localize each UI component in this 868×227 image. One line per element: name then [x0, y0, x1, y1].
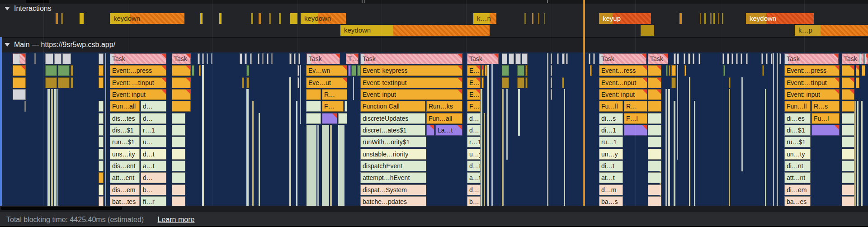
flame-bar[interactable]	[648, 113, 661, 124]
frame-uny[interactable]: un…y	[599, 149, 623, 160]
flame-bar[interactable]	[306, 101, 321, 112]
flame-bar[interactable]	[250, 53, 252, 64]
flame-bar[interactable]	[856, 65, 859, 76]
flame-bar[interactable]	[502, 53, 507, 64]
frame-eventtextinput[interactable]: Event: textInput	[360, 77, 462, 88]
interaction-marker[interactable]	[200, 13, 203, 24]
frame-lat[interactable]: La…t	[435, 125, 462, 136]
flame-bar[interactable]	[648, 196, 661, 206]
frame-rs[interactable]: R…s	[811, 101, 840, 112]
frame-di$1[interactable]: di…$1	[784, 125, 811, 136]
flame-bar[interactable]	[698, 53, 700, 64]
flame-bar[interactable]	[856, 77, 859, 88]
flame-bar[interactable]	[99, 125, 104, 136]
flame-bar[interactable]	[172, 172, 185, 183]
frame-task[interactable]: Task	[307, 53, 340, 64]
interaction-marker[interactable]	[532, 13, 533, 24]
frame-unstableriority[interactable]: unstable…riority	[360, 149, 426, 160]
playhead-marker[interactable]	[583, 0, 585, 206]
flame-bar[interactable]	[297, 77, 299, 88]
flame-bar[interactable]	[306, 89, 321, 100]
frame-task[interactable]: Task	[467, 53, 499, 64]
flame-bar[interactable]	[172, 196, 185, 206]
flame-bar[interactable]	[762, 65, 764, 76]
frame-d[interactable]: d…	[467, 113, 481, 124]
flame-bar[interactable]	[271, 53, 273, 64]
frame-b[interactable]: b…	[141, 184, 166, 195]
frame-full[interactable]: Fu…ll	[599, 101, 623, 112]
flame-bar[interactable]	[736, 53, 738, 64]
flame-bar[interactable]	[13, 89, 26, 100]
interactions-track[interactable]: Interactions keydownkeydownk…nkeyupkeydo…	[0, 4, 868, 37]
flame-bar[interactable]	[729, 77, 731, 88]
frame-dies[interactable]: di…es	[784, 113, 811, 124]
flame-bar[interactable]	[502, 65, 509, 76]
flame-bar[interactable]	[624, 125, 647, 136]
flame-bar[interactable]	[648, 89, 661, 100]
frame-r[interactable]: R…	[322, 89, 347, 100]
frame-d[interactable]: d…	[467, 184, 481, 195]
flame-bar[interactable]	[517, 77, 524, 88]
flame-bar[interactable]	[842, 184, 854, 195]
flame-bar[interactable]	[267, 53, 269, 64]
flame-bar[interactable]	[54, 53, 61, 64]
frame-d[interactable]: d…	[467, 125, 481, 136]
interaction-kp[interactable]: k…p	[795, 25, 868, 36]
flame-bar[interactable]	[864, 53, 866, 64]
interaction-marker[interactable]	[56, 13, 58, 24]
flame-bar[interactable]	[245, 53, 247, 64]
flame-bar[interactable]	[648, 184, 661, 195]
flame-bar[interactable]	[198, 53, 200, 64]
flame-bar[interactable]	[771, 53, 773, 64]
frame-unty[interactable]: un…ty	[784, 149, 811, 160]
flame-bar[interactable]	[13, 53, 26, 64]
frame-eventinput[interactable]: Event: input	[110, 89, 166, 100]
frame-attempthevent[interactable]: attempt…hEvent	[360, 172, 426, 183]
frame-dit[interactable]: di…t	[599, 161, 623, 171]
frame-eveut[interactable]: Eve…ut	[306, 77, 347, 88]
frame-f[interactable]: F…	[322, 101, 344, 112]
frame-attnt[interactable]: att…nt	[784, 172, 811, 183]
frame-task[interactable]: Task	[648, 53, 668, 64]
frame-t[interactable]: T…	[346, 53, 359, 64]
flame-bar[interactable]	[723, 65, 725, 76]
flame-bar[interactable]	[525, 65, 528, 76]
frame-run$1[interactable]: run…$1	[110, 137, 140, 147]
main-track-header[interactable]: Main — https://9sr5wp.csb.app/	[0, 37, 868, 52]
flame-bar[interactable]	[99, 113, 104, 124]
frame-dint[interactable]: di…nt	[784, 161, 811, 171]
interaction-keydown[interactable]: keydown	[110, 13, 184, 24]
interaction-kn[interactable]: k…n	[473, 13, 496, 24]
frame-diem[interactable]: di…em	[784, 184, 811, 195]
interaction-marker[interactable]	[538, 13, 539, 24]
flame-bar[interactable]	[648, 125, 661, 136]
flame-bar[interactable]	[648, 101, 661, 112]
flame-bar[interactable]	[246, 65, 249, 76]
flame-bar[interactable]	[481, 65, 484, 76]
frame-evwn[interactable]: Ev…wn	[306, 65, 347, 76]
flame-bar[interactable]	[746, 53, 748, 64]
frame-d[interactable]: d…	[141, 101, 166, 112]
flame-bar[interactable]	[859, 53, 861, 64]
flame-bar[interactable]	[172, 113, 185, 124]
interaction-marker[interactable]	[279, 13, 281, 24]
flame-bar[interactable]	[779, 53, 781, 64]
flame-bar[interactable]	[338, 113, 347, 124]
flame-bar[interactable]	[348, 65, 351, 76]
flame-bar[interactable]	[172, 65, 191, 76]
flame-bar[interactable]	[289, 53, 292, 64]
flame-bar[interactable]	[811, 125, 840, 136]
flame-bar[interactable]	[741, 53, 742, 64]
flame-bar[interactable]	[842, 101, 854, 112]
flame-bar[interactable]	[525, 77, 528, 88]
interaction-marker[interactable]	[722, 13, 723, 24]
flame-bar[interactable]	[344, 101, 347, 112]
flame-bar[interactable]	[172, 184, 185, 195]
flame-bar[interactable]	[842, 161, 854, 171]
frame-batchepdates[interactable]: batche…pdates	[360, 196, 426, 206]
flame-bar[interactable]	[671, 65, 676, 76]
frame-ru1[interactable]: ru…1	[599, 137, 623, 147]
frame-eventpress[interactable]: Event:…press	[784, 65, 840, 76]
frame-task[interactable]: Task	[360, 53, 462, 64]
frame-discreteupdates[interactable]: discreteUpdates	[360, 113, 425, 124]
